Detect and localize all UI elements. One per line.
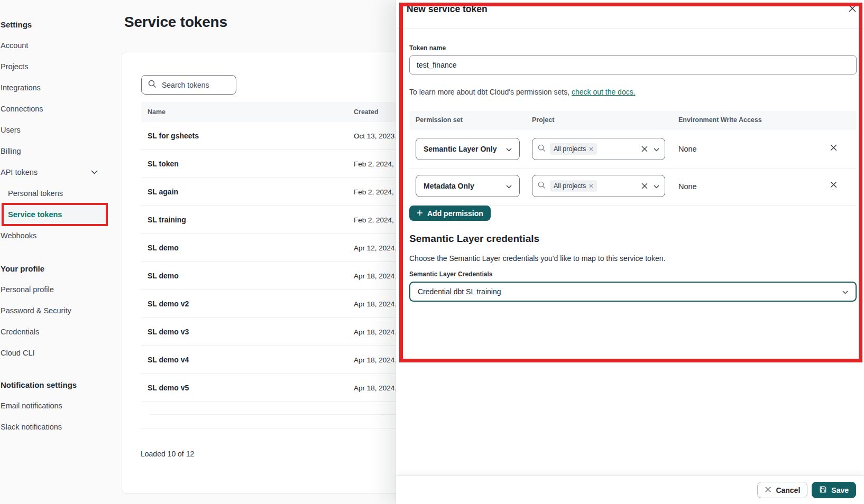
token-name-label: Token name (409, 44, 446, 52)
semantic-layer-credentials-select[interactable]: Credential dbt SL training (409, 282, 857, 302)
token-name: SL demo (141, 244, 179, 252)
drawer-header: New service token (396, 0, 864, 29)
environment-write-access-value: None (678, 145, 697, 153)
load-status: Loaded 10 of 12 (141, 450, 194, 458)
docs-help-prefix: To learn more about dbt Cloud's permissi… (409, 88, 572, 96)
token-created: Oct 13, 2023, (354, 132, 397, 140)
permission-set-dropdown[interactable]: Semantic Layer Only (416, 138, 520, 160)
chevron-down-icon (91, 170, 98, 174)
drawer-title: New service token (407, 4, 488, 15)
sidebar-item-billing[interactable]: Billing (0, 141, 109, 162)
chevron-down-icon (842, 287, 848, 296)
permission-row: Metadata Only All projects (409, 169, 857, 206)
token-created: Feb 2, 2024, 1 (354, 160, 400, 168)
semantic-layer-credentials-value: Credential dbt SL training (418, 287, 501, 296)
permission-set-value: Metadata Only (424, 182, 474, 190)
close-icon (765, 486, 771, 494)
token-name: SL token (141, 160, 179, 168)
project-multiselect[interactable]: All projects (532, 175, 665, 197)
tag-remove-icon[interactable] (589, 182, 593, 190)
chevron-down-icon (654, 181, 659, 191)
clear-selection-icon[interactable] (641, 182, 648, 190)
add-permission-button[interactable]: Add permission (409, 206, 491, 221)
project-tag-label: All projects (554, 145, 586, 153)
chevron-down-icon (506, 181, 512, 191)
token-name-field[interactable] (409, 55, 857, 74)
docs-help-text: To learn more about dbt Cloud's permissi… (409, 88, 636, 96)
sidebar-item-cloud-cli[interactable]: Cloud CLI (0, 342, 109, 363)
sidebar-item-personal-profile[interactable]: Personal profile (0, 279, 109, 300)
search-icon (538, 181, 546, 191)
permissions-header-row: Permission set Project Environment Write… (409, 111, 857, 130)
project-tag[interactable]: All projects (550, 180, 597, 192)
sidebar-item-personal-tokens[interactable]: Personal tokens (0, 183, 109, 204)
remove-permission-icon[interactable] (830, 144, 838, 152)
search-icon (538, 144, 546, 154)
plus-icon (417, 209, 423, 218)
save-button[interactable]: Save (812, 482, 856, 498)
column-header-created: Created (354, 108, 379, 116)
close-icon[interactable] (847, 3, 858, 14)
token-created: Feb 2, 2024, 2 (354, 216, 400, 224)
search-tokens-box[interactable] (141, 75, 236, 95)
sidebar-item-account[interactable]: Account (0, 35, 109, 56)
new-service-token-drawer: New service token Token name To learn mo… (396, 0, 864, 504)
settings-sidebar: Settings Account Projects Integrations C… (0, 14, 109, 437)
permission-row: Semantic Layer Only All projects (409, 130, 857, 169)
search-input[interactable] (162, 81, 229, 89)
remove-permission-icon[interactable] (830, 181, 838, 189)
token-created: Apr 18, 2024, (354, 272, 397, 280)
sidebar-item-connections[interactable]: Connections (0, 98, 109, 119)
semantic-layer-credentials-heading: Semantic Layer credentials (409, 233, 539, 245)
sidebar-item-label: API tokens (1, 168, 38, 176)
tag-remove-icon[interactable] (589, 145, 593, 153)
chevron-down-icon (506, 144, 512, 154)
semantic-layer-credentials-label: Semantic Layer Credentials (409, 270, 492, 278)
column-header-permission-set: Permission set (416, 116, 463, 124)
token-created: Apr 12, 2024, (354, 244, 397, 252)
token-name: SL training (141, 216, 186, 224)
cancel-label: Cancel (776, 486, 800, 494)
token-created: Apr 18, 2024, (354, 300, 397, 308)
token-name: SL for gsheets (141, 132, 199, 140)
sidebar-item-slack-notifications[interactable]: Slack notifications (0, 416, 109, 437)
token-name: SL demo (141, 272, 179, 280)
token-name: SL demo v5 (141, 384, 189, 392)
token-created: Apr 18, 2024, (354, 356, 397, 364)
search-icon (148, 80, 157, 90)
sidebar-item-api-tokens[interactable]: API tokens (0, 162, 109, 183)
token-name: SL demo v2 (141, 300, 189, 308)
token-name: SL again (141, 188, 178, 196)
sidebar-item-projects[interactable]: Projects (0, 56, 109, 77)
sidebar-item-webhooks[interactable]: Webhooks (0, 225, 109, 246)
semantic-layer-credentials-description: Choose the Semantic Layer credentials yo… (409, 254, 665, 263)
column-header-name: Name (141, 108, 166, 116)
sidebar-header-notification-settings: Notification settings (0, 374, 109, 395)
docs-link[interactable]: check out the docs. (572, 88, 636, 96)
token-created: Apr 18, 2024, (354, 328, 397, 336)
token-name: SL demo v4 (141, 356, 189, 364)
sidebar-header-settings: Settings (0, 14, 109, 35)
save-label: Save (831, 486, 849, 494)
project-multiselect[interactable]: All projects (532, 138, 665, 160)
cancel-button[interactable]: Cancel (757, 482, 807, 498)
environment-write-access-value: None (678, 182, 697, 191)
permission-set-dropdown[interactable]: Metadata Only (416, 175, 520, 197)
column-header-environment-write-access: Environment Write Access (678, 116, 762, 124)
sidebar-item-credentials[interactable]: Credentials (0, 321, 109, 342)
project-tag-label: All projects (554, 182, 586, 190)
sidebar-item-integrations[interactable]: Integrations (0, 77, 109, 98)
permission-set-value: Semantic Layer Only (424, 145, 497, 153)
sidebar-item-password-security[interactable]: Password & Security (0, 300, 109, 321)
clear-selection-icon[interactable] (641, 145, 648, 153)
sidebar-item-users[interactable]: Users (0, 119, 109, 141)
drawer-footer: Cancel Save (396, 475, 864, 504)
sidebar-item-service-tokens[interactable]: Service tokens (0, 204, 106, 225)
page-title: Service tokens (124, 14, 227, 31)
add-permission-label: Add permission (427, 209, 483, 218)
token-created: Feb 2, 2024, 1 (354, 188, 400, 196)
save-icon (819, 486, 827, 495)
project-tag[interactable]: All projects (550, 143, 597, 155)
token-name: SL demo v3 (141, 328, 189, 336)
sidebar-item-email-notifications[interactable]: Email notifications (0, 395, 109, 416)
